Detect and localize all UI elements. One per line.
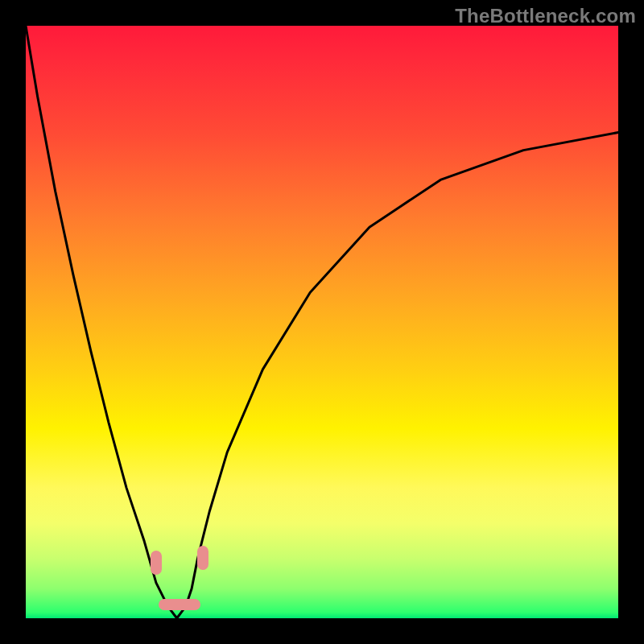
marker-bottom xyxy=(159,599,200,610)
chart-frame: TheBottleneck.com xyxy=(0,0,644,644)
plot-area xyxy=(26,26,618,618)
bottleneck-curve xyxy=(26,26,618,618)
marker-left xyxy=(151,551,162,575)
curve-path xyxy=(26,26,618,618)
marker-right xyxy=(197,546,208,570)
watermark-text: TheBottleneck.com xyxy=(455,5,636,27)
